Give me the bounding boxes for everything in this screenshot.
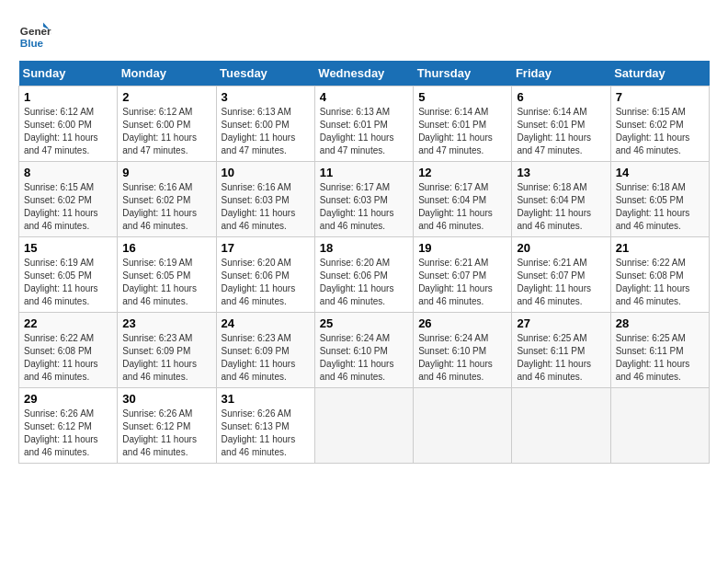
calendar-cell: 1Sunrise: 6:12 AMSunset: 6:00 PMDaylight…: [19, 86, 118, 162]
day-number: 4: [320, 90, 408, 104]
day-number: 21: [616, 241, 704, 255]
day-info: Sunrise: 6:25 AMSunset: 6:11 PMDaylight:…: [517, 332, 605, 384]
calendar-cell: 7Sunrise: 6:15 AMSunset: 6:02 PMDaylight…: [610, 86, 709, 162]
day-number: 10: [222, 166, 310, 179]
calendar-cell: 14Sunrise: 6:18 AMSunset: 6:05 PMDayligh…: [610, 162, 709, 237]
day-number: 8: [24, 166, 112, 179]
day-number: 28: [616, 316, 704, 330]
day-info: Sunrise: 6:25 AMSunset: 6:11 PMDaylight:…: [616, 332, 704, 384]
calendar-cell: 9Sunrise: 6:16 AMSunset: 6:02 PMDaylight…: [118, 162, 216, 237]
day-info: Sunrise: 6:24 AMSunset: 6:10 PMDaylight:…: [320, 332, 408, 384]
day-info: Sunrise: 6:14 AMSunset: 6:01 PMDaylight:…: [517, 106, 605, 157]
day-info: Sunrise: 6:26 AMSunset: 6:12 PMDaylight:…: [24, 408, 112, 459]
day-info: Sunrise: 6:18 AMSunset: 6:05 PMDaylight:…: [616, 181, 704, 233]
calendar-cell: 19Sunrise: 6:21 AMSunset: 6:07 PMDayligh…: [414, 237, 512, 313]
day-info: Sunrise: 6:20 AMSunset: 6:06 PMDaylight:…: [320, 257, 408, 308]
day-info: Sunrise: 6:13 AMSunset: 6:00 PMDaylight:…: [222, 106, 310, 157]
day-number: 19: [418, 241, 506, 255]
day-number: 22: [24, 316, 112, 330]
day-info: Sunrise: 6:12 AMSunset: 6:00 PMDaylight:…: [122, 106, 210, 157]
day-number: 25: [320, 316, 408, 330]
week-row-2: 8Sunrise: 6:15 AMSunset: 6:02 PMDaylight…: [19, 162, 710, 237]
calendar-cell: 22Sunrise: 6:22 AMSunset: 6:08 PMDayligh…: [19, 313, 118, 388]
day-info: Sunrise: 6:13 AMSunset: 6:01 PMDaylight:…: [320, 106, 408, 157]
calendar-cell: [414, 388, 512, 464]
week-row-5: 29Sunrise: 6:26 AMSunset: 6:12 PMDayligh…: [19, 388, 710, 464]
svg-text:Blue: Blue: [20, 37, 44, 49]
day-number: 30: [122, 392, 210, 406]
calendar: SundayMondayTuesdayWednesdayThursdayFrid…: [18, 61, 710, 464]
calendar-cell: 17Sunrise: 6:20 AMSunset: 6:06 PMDayligh…: [216, 237, 314, 313]
calendar-cell: 16Sunrise: 6:19 AMSunset: 6:05 PMDayligh…: [118, 237, 216, 313]
day-info: Sunrise: 6:18 AMSunset: 6:04 PMDaylight:…: [517, 181, 605, 233]
calendar-cell: 2Sunrise: 6:12 AMSunset: 6:00 PMDaylight…: [118, 86, 216, 162]
calendar-cell: [610, 388, 709, 464]
day-number: 9: [122, 166, 210, 179]
day-number: 2: [122, 90, 210, 104]
calendar-cell: 29Sunrise: 6:26 AMSunset: 6:12 PMDayligh…: [19, 388, 118, 464]
day-info: Sunrise: 6:17 AMSunset: 6:04 PMDaylight:…: [418, 181, 506, 233]
day-number: 15: [24, 241, 112, 255]
header: General Blue: [18, 18, 710, 52]
calendar-cell: 15Sunrise: 6:19 AMSunset: 6:05 PMDayligh…: [19, 237, 118, 313]
weekday-header-monday: Monday: [118, 61, 216, 86]
week-row-1: 1Sunrise: 6:12 AMSunset: 6:00 PMDaylight…: [19, 86, 710, 162]
day-number: 18: [320, 241, 408, 255]
day-info: Sunrise: 6:12 AMSunset: 6:00 PMDaylight:…: [24, 106, 112, 157]
day-info: Sunrise: 6:23 AMSunset: 6:09 PMDaylight:…: [222, 332, 310, 384]
calendar-cell: [512, 388, 610, 464]
calendar-cell: 31Sunrise: 6:26 AMSunset: 6:13 PMDayligh…: [216, 388, 314, 464]
day-info: Sunrise: 6:23 AMSunset: 6:09 PMDaylight:…: [122, 332, 210, 384]
calendar-cell: 8Sunrise: 6:15 AMSunset: 6:02 PMDaylight…: [19, 162, 118, 237]
calendar-cell: 10Sunrise: 6:16 AMSunset: 6:03 PMDayligh…: [216, 162, 314, 237]
calendar-cell: 12Sunrise: 6:17 AMSunset: 6:04 PMDayligh…: [414, 162, 512, 237]
day-info: Sunrise: 6:21 AMSunset: 6:07 PMDaylight:…: [517, 257, 605, 308]
day-info: Sunrise: 6:14 AMSunset: 6:01 PMDaylight:…: [418, 106, 506, 157]
calendar-cell: 24Sunrise: 6:23 AMSunset: 6:09 PMDayligh…: [216, 313, 314, 388]
weekday-header-thursday: Thursday: [414, 61, 512, 86]
day-info: Sunrise: 6:26 AMSunset: 6:12 PMDaylight:…: [122, 408, 210, 459]
day-number: 11: [320, 166, 408, 179]
calendar-cell: 18Sunrise: 6:20 AMSunset: 6:06 PMDayligh…: [314, 237, 413, 313]
day-info: Sunrise: 6:16 AMSunset: 6:03 PMDaylight:…: [222, 181, 310, 233]
day-number: 27: [517, 316, 605, 330]
day-info: Sunrise: 6:22 AMSunset: 6:08 PMDaylight:…: [616, 257, 704, 308]
day-info: Sunrise: 6:20 AMSunset: 6:06 PMDaylight:…: [222, 257, 310, 308]
day-number: 14: [616, 166, 704, 179]
calendar-cell: 11Sunrise: 6:17 AMSunset: 6:03 PMDayligh…: [314, 162, 413, 237]
calendar-cell: 6Sunrise: 6:14 AMSunset: 6:01 PMDaylight…: [512, 86, 610, 162]
day-number: 7: [616, 90, 704, 104]
calendar-cell: 25Sunrise: 6:24 AMSunset: 6:10 PMDayligh…: [314, 313, 413, 388]
day-number: 26: [418, 316, 506, 330]
day-number: 24: [222, 316, 310, 330]
day-info: Sunrise: 6:22 AMSunset: 6:08 PMDaylight:…: [24, 332, 112, 384]
week-row-3: 15Sunrise: 6:19 AMSunset: 6:05 PMDayligh…: [19, 237, 710, 313]
day-number: 23: [122, 316, 210, 330]
day-number: 12: [418, 166, 506, 179]
calendar-cell: 21Sunrise: 6:22 AMSunset: 6:08 PMDayligh…: [610, 237, 709, 313]
calendar-cell: [314, 388, 413, 464]
day-number: 1: [24, 90, 112, 104]
calendar-cell: 23Sunrise: 6:23 AMSunset: 6:09 PMDayligh…: [118, 313, 216, 388]
day-number: 29: [24, 392, 112, 406]
weekday-header-saturday: Saturday: [610, 61, 709, 86]
day-number: 16: [122, 241, 210, 255]
day-number: 17: [222, 241, 310, 255]
calendar-cell: 28Sunrise: 6:25 AMSunset: 6:11 PMDayligh…: [610, 313, 709, 388]
week-row-4: 22Sunrise: 6:22 AMSunset: 6:08 PMDayligh…: [19, 313, 710, 388]
day-number: 5: [418, 90, 506, 104]
calendar-cell: 27Sunrise: 6:25 AMSunset: 6:11 PMDayligh…: [512, 313, 610, 388]
day-info: Sunrise: 6:21 AMSunset: 6:07 PMDaylight:…: [418, 257, 506, 308]
day-number: 31: [222, 392, 310, 406]
weekday-header-sunday: Sunday: [19, 61, 118, 86]
calendar-cell: 13Sunrise: 6:18 AMSunset: 6:04 PMDayligh…: [512, 162, 610, 237]
day-info: Sunrise: 6:16 AMSunset: 6:02 PMDaylight:…: [122, 181, 210, 233]
calendar-cell: 5Sunrise: 6:14 AMSunset: 6:01 PMDaylight…: [414, 86, 512, 162]
day-number: 20: [517, 241, 605, 255]
day-info: Sunrise: 6:19 AMSunset: 6:05 PMDaylight:…: [122, 257, 210, 308]
calendar-cell: 3Sunrise: 6:13 AMSunset: 6:00 PMDaylight…: [216, 86, 314, 162]
weekday-header-wednesday: Wednesday: [314, 61, 413, 86]
calendar-cell: 4Sunrise: 6:13 AMSunset: 6:01 PMDaylight…: [314, 86, 413, 162]
weekday-header-tuesday: Tuesday: [216, 61, 314, 86]
weekday-header-friday: Friday: [512, 61, 610, 86]
